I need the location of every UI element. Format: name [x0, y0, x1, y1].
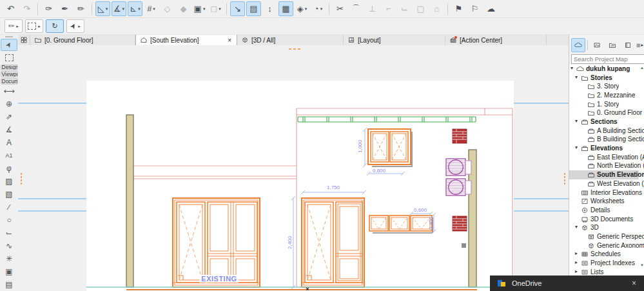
trace-reference-icon[interactable]: ▣▾	[192, 1, 207, 16]
tree-item-2-mezzanine[interactable]: 2. Mezzanine	[569, 91, 639, 100]
expander-icon[interactable]: ▸	[575, 250, 578, 256]
tree-item-interior-elevations[interactable]: Interior Elevations	[569, 188, 639, 197]
close-icon[interactable]: ×	[632, 279, 636, 288]
toolbox-group-docume[interactable]: Docume	[1, 78, 18, 85]
tree-item-south-elevation-a[interactable]: South Elevation (A	[569, 170, 639, 179]
polyline-tool[interactable]: ⌙	[1, 226, 17, 239]
tree-item-worksheets[interactable]: Worksheets	[569, 197, 639, 206]
scroll-up-icon[interactable]: ▲	[639, 66, 644, 70]
tree-item-a-building-section[interactable]: A Building Section (	[569, 126, 639, 135]
arrow-tool[interactable]: ➤	[1, 39, 17, 51]
tree-item-3d-documents[interactable]: 3D Documents	[569, 215, 639, 224]
arrow-flyout[interactable]: ➤▸	[66, 19, 84, 33]
expander-icon[interactable]: ▾	[575, 145, 578, 150]
inject-parameters-icon[interactable]: ✒	[57, 1, 72, 16]
secondary-toolbar: ✏▸▸↻➤▸	[0, 18, 644, 35]
tree-item-3d[interactable]: ▾3D	[569, 223, 639, 232]
marquee-transform-icon[interactable]: ▦	[278, 1, 293, 16]
toolbox-group-viewpoi[interactable]: Viewpoi	[1, 71, 18, 77]
tab--3d-all-[interactable]: [3D / All]	[237, 35, 344, 45]
line-tool[interactable]: ∕	[1, 201, 17, 213]
figure-tool[interactable]: ▣	[1, 265, 17, 277]
tree-item-elevations[interactable]: ▾Elevations	[569, 144, 639, 153]
sun-study-icon[interactable]: ◔▾	[311, 1, 326, 16]
search-input[interactable]	[571, 54, 644, 64]
undo-icon[interactable]: ↶	[3, 1, 18, 16]
tree-item-generic-perspective[interactable]: Generic Perspective	[569, 232, 639, 241]
spline-tool[interactable]: ∿	[1, 239, 17, 252]
tree-item-b-building-section[interactable]: B Building Section (	[569, 135, 639, 144]
flag-manager-icon[interactable]: ⚐	[467, 1, 482, 16]
attribute-flyout[interactable]: ✏▸	[5, 19, 23, 33]
angle-dimension-tool[interactable]: ∡	[1, 123, 17, 135]
expander-icon[interactable]: ▾	[575, 74, 578, 80]
tree-item-west-elevation-aut[interactable]: West Elevation (Aut	[569, 179, 639, 188]
marker-tool[interactable]: φ	[1, 162, 17, 174]
scroll-down-icon[interactable]: ▼	[639, 263, 644, 267]
circle-tool[interactable]: ○	[1, 214, 17, 226]
dimension-tool[interactable]: ⟷	[1, 85, 17, 97]
expander-icon[interactable]: ▾	[575, 224, 578, 230]
elevation-dimension-tool[interactable]: ⇗	[1, 111, 17, 123]
solid-operations-icon[interactable]: ◈▾	[295, 1, 309, 16]
expander-icon[interactable]: ▾	[571, 65, 573, 71]
tree-item-1-story[interactable]: 1. Story	[569, 100, 639, 109]
project-map-cloud-icon[interactable]	[571, 38, 585, 52]
panel-menu-icon[interactable]: ≡▸	[636, 41, 643, 49]
tab-close-icon[interactable]: ×	[226, 37, 233, 44]
tree-item-sections[interactable]: ▾Sections	[569, 117, 639, 126]
cloud-sync-icon[interactable]: ☁	[483, 1, 498, 16]
gray-marker	[462, 243, 466, 248]
snap-guides-icon[interactable]: ∡▾	[112, 1, 126, 16]
label-tool[interactable]: A1	[1, 149, 17, 161]
drag-icon[interactable]: ↘	[230, 1, 245, 16]
case-icon	[587, 162, 595, 170]
pen-icon[interactable]: ✏	[73, 1, 88, 16]
toolbox-group-design[interactable]: Design	[1, 65, 18, 71]
split-icon[interactable]: ✂	[333, 1, 347, 16]
expander-icon[interactable]: ▸	[575, 268, 578, 274]
palette-handle[interactable]	[5, 36, 13, 37]
adjust-icon[interactable]: ⌒	[349, 1, 364, 16]
tree-item-0-ground-floor[interactable]: 0. Ground Floor	[569, 108, 639, 117]
expander-icon[interactable]: ▸	[575, 259, 578, 265]
view-map-icon[interactable]	[590, 38, 604, 52]
guide-lines-icon[interactable]: ◺▾	[95, 1, 110, 16]
tab--action-center-[interactable]: [Action Center]	[445, 35, 547, 45]
casement-window	[368, 129, 413, 167]
publisher-icon[interactable]	[621, 38, 635, 52]
extend-icon: ⌐	[381, 1, 396, 16]
hotspot-tool[interactable]: ✳	[1, 252, 17, 265]
text-tool[interactable]: A	[1, 136, 17, 148]
case-icon	[587, 127, 595, 135]
tab--layout-[interactable]: [Layout]	[344, 35, 445, 45]
tree-item-generic-axonometr[interactable]: Generic Axonometr	[569, 241, 639, 250]
drawing-tool[interactable]: ▤	[1, 278, 17, 290]
stretch-icon[interactable]: ↕	[262, 1, 277, 16]
tree-item-north-elevation-au[interactable]: North Elevation (Au	[569, 161, 639, 170]
tree-item-details[interactable]: Details	[569, 206, 639, 215]
snap-grid-icon[interactable]: #▾	[144, 1, 159, 16]
drawing-canvas[interactable]: 1,0000,6001,7500,6000,4002,400EXISTING×	[18, 45, 569, 291]
layout-book-icon[interactable]	[605, 38, 620, 52]
tree-item-3-story[interactable]: 3. Story	[569, 82, 639, 91]
tab--0-ground-floor-[interactable]: [0. Ground Floor]	[30, 35, 135, 45]
selection-flyout[interactable]: ▸	[25, 19, 43, 33]
tree-item-stories[interactable]: ▾Stories	[569, 74, 639, 83]
marquee-tool[interactable]	[1, 52, 17, 64]
level-dimension-tool[interactable]: ⊕	[1, 98, 17, 110]
fill-tool[interactable]: ▧	[1, 188, 17, 200]
tree-item-east-elevation-auto[interactable]: East Elevation (Auto	[569, 153, 639, 162]
rotate-flyout[interactable]: ↻	[46, 19, 64, 33]
flag-icon[interactable]: ⚑	[451, 1, 466, 16]
tree-item-dukuh-kupang[interactable]: ▾dukuh kupang	[569, 65, 639, 74]
tab--south-elevation-[interactable]: [South Elevation]×	[135, 35, 237, 45]
tab-tiles-icon[interactable]	[18, 35, 30, 45]
snap-points-icon[interactable]: ⊾▾	[128, 1, 142, 16]
tree-item-project-indexes[interactable]: ▸Project Indexes	[569, 259, 639, 268]
zone-tool[interactable]: ▨	[1, 175, 17, 187]
measure-icon[interactable]: ▤	[246, 1, 261, 16]
pick-up-parameters-icon[interactable]: ✑	[41, 1, 56, 16]
expander-icon[interactable]: ▾	[575, 118, 578, 124]
tree-item-schedules[interactable]: ▸Schedules	[569, 250, 639, 259]
